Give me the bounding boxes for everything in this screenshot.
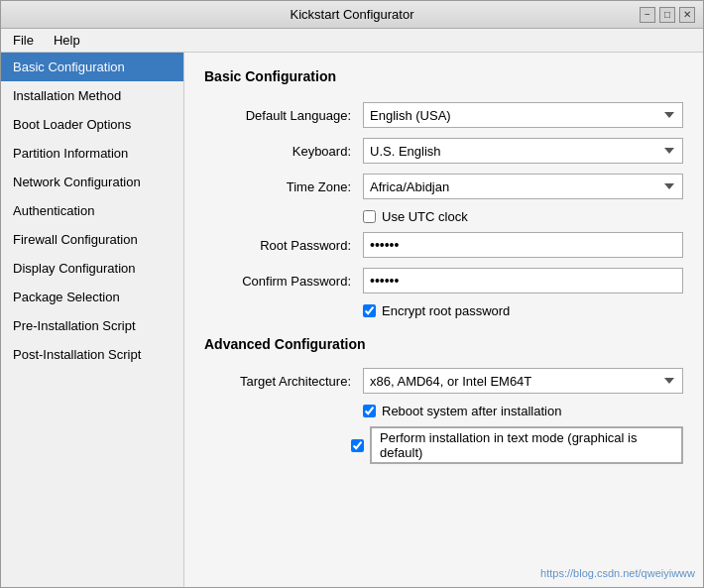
minimize-button[interactable]: −: [640, 7, 655, 23]
sidebar-item-package-selection[interactable]: Package Selection: [1, 283, 183, 311]
keyboard-control: U.S. English UK English French German: [363, 138, 683, 164]
confirm-password-label: Confirm Password:: [204, 274, 363, 289]
sidebar: Basic Configuration Installation Method …: [1, 53, 184, 587]
maximize-button[interactable]: □: [659, 7, 675, 23]
confirm-password-row: Confirm Password:: [204, 268, 683, 294]
menu-file[interactable]: File: [5, 31, 42, 50]
target-arch-select[interactable]: x86, AMD64, or Intel EM64T x86 AMD64 ia6…: [363, 368, 683, 394]
sidebar-item-boot-loader[interactable]: Boot Loader Options: [1, 110, 183, 139]
main-window: Kickstart Configurator − □ ✕ File Help B…: [0, 0, 704, 588]
text-mode-label: Perform installation in text mode (graph…: [380, 430, 673, 460]
sidebar-item-post-install[interactable]: Post-Installation Script: [1, 340, 183, 369]
sidebar-item-firewall-config[interactable]: Firewall Configuration: [1, 225, 183, 254]
default-language-label: Default Language:: [204, 108, 363, 123]
target-arch-control: x86, AMD64, or Intel EM64T x86 AMD64 ia6…: [363, 368, 683, 394]
default-language-select[interactable]: English (USA) French German Spanish: [363, 102, 683, 128]
root-password-input[interactable]: [363, 232, 683, 258]
menu-help[interactable]: Help: [46, 31, 88, 50]
keyboard-select[interactable]: U.S. English UK English French German: [363, 138, 683, 164]
content-area: Basic Configuration Installation Method …: [1, 53, 703, 587]
basic-config-title: Basic Configuration: [204, 68, 683, 88]
utc-clock-checkbox[interactable]: [363, 210, 376, 223]
timezone-row: Time Zone: Africa/Abidjan America/New_Yo…: [204, 174, 683, 199]
reboot-row: Reboot system after installation: [363, 404, 683, 418]
sidebar-item-display-config[interactable]: Display Configuration: [1, 254, 183, 283]
timezone-select[interactable]: Africa/Abidjan America/New_York Europe/L…: [363, 174, 683, 199]
sidebar-item-installation-method[interactable]: Installation Method: [1, 81, 183, 110]
main-panel: Basic Configuration Default Language: En…: [184, 53, 703, 587]
watermark: https://blog.csdn.net/qweiyiwww: [540, 567, 695, 579]
default-language-row: Default Language: English (USA) French G…: [204, 102, 683, 128]
sidebar-item-pre-install[interactable]: Pre-Installation Script: [1, 311, 183, 340]
title-bar-controls: − □ ✕: [466, 7, 695, 23]
text-mode-label-box: Perform installation in text mode (graph…: [370, 426, 683, 464]
text-mode-row: Perform installation in text mode (graph…: [351, 426, 683, 464]
text-mode-checkbox[interactable]: [351, 439, 364, 452]
window-title: Kickstart Configurator: [238, 7, 467, 22]
reboot-checkbox[interactable]: [363, 405, 376, 417]
root-password-control: [363, 232, 683, 258]
keyboard-row: Keyboard: U.S. English UK English French…: [204, 138, 683, 164]
root-password-row: Root Password:: [204, 232, 683, 258]
sidebar-item-authentication[interactable]: Authentication: [1, 196, 183, 225]
encrypt-checkbox[interactable]: [363, 304, 376, 317]
encrypt-label: Encrypt root password: [382, 303, 510, 318]
confirm-password-input[interactable]: [363, 268, 683, 294]
sidebar-item-network-config[interactable]: Network Configuration: [1, 168, 183, 196]
encrypt-row: Encrypt root password: [363, 303, 683, 318]
advanced-config-title: Advanced Configuration: [204, 336, 683, 356]
sidebar-item-partition-info[interactable]: Partition Information: [1, 139, 183, 168]
timezone-control: Africa/Abidjan America/New_York Europe/L…: [363, 174, 683, 199]
default-language-control: English (USA) French German Spanish: [363, 102, 683, 128]
utc-clock-label: Use UTC clock: [382, 209, 468, 224]
timezone-label: Time Zone:: [204, 179, 363, 194]
sidebar-item-basic-config[interactable]: Basic Configuration: [1, 53, 183, 81]
advanced-config-section: Advanced Configuration Target Architectu…: [204, 336, 683, 464]
reboot-label: Reboot system after installation: [382, 404, 561, 418]
utc-clock-row: Use UTC clock: [363, 209, 683, 224]
keyboard-label: Keyboard:: [204, 144, 363, 159]
confirm-password-control: [363, 268, 683, 294]
close-button[interactable]: ✕: [679, 7, 695, 23]
title-bar: Kickstart Configurator − □ ✕: [1, 1, 703, 29]
target-arch-row: Target Architecture: x86, AMD64, or Inte…: [204, 368, 683, 394]
target-arch-label: Target Architecture:: [204, 374, 363, 389]
root-password-label: Root Password:: [204, 238, 363, 253]
menubar: File Help: [1, 29, 703, 53]
